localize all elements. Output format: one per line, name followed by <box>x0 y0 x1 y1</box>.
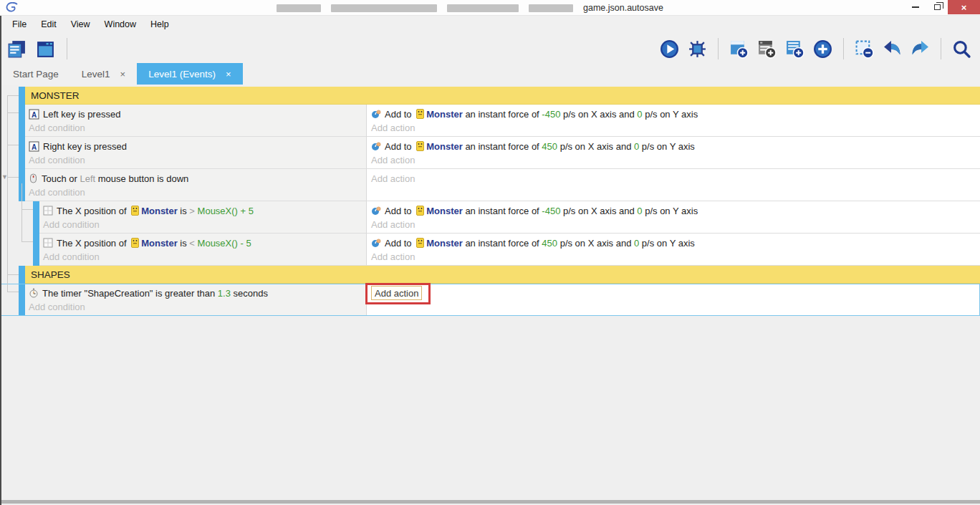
add-action-link[interactable]: Add action <box>371 153 980 167</box>
scene-editor-icon[interactable] <box>36 39 55 59</box>
svg-text:A: A <box>32 143 37 150</box>
redacted-text <box>331 4 437 12</box>
add-subevent-icon[interactable] <box>785 39 804 59</box>
event-row-timer[interactable]: The timer "ShapeCreation" is greater tha… <box>0 284 980 316</box>
event-indent-bar <box>19 266 25 284</box>
condition-text: The timer "ShapeCreation" is greater tha… <box>42 288 218 299</box>
add-condition-link[interactable]: Add condition <box>29 300 366 314</box>
action-text: an instant force of <box>463 238 542 249</box>
event-gutter <box>0 234 33 266</box>
add-condition-link[interactable]: Add condition <box>29 186 366 199</box>
expression-value: 1.3 <box>218 288 231 299</box>
add-comment-icon[interactable] <box>757 39 777 59</box>
undo-icon[interactable] <box>883 39 902 59</box>
search-icon[interactable] <box>952 39 971 59</box>
tab-label: Level1 (Events) <box>148 69 216 80</box>
gdevelop-logo-icon <box>6 2 19 13</box>
collapse-arrow-icon[interactable]: ▼ <box>1 174 8 181</box>
parameter-text: Left <box>80 173 95 184</box>
event-indent-bar <box>33 201 39 234</box>
add-condition-link[interactable]: Add condition <box>43 218 366 231</box>
redacted-text <box>277 4 321 12</box>
restore-button[interactable] <box>926 0 948 14</box>
debug-icon[interactable] <box>688 39 707 59</box>
window-controls: × <box>905 0 980 14</box>
event-actions[interactable]: Add action <box>367 284 980 316</box>
keyboard-key-icon: A <box>29 109 39 120</box>
expression-value: -450 <box>542 206 560 216</box>
add-event-icon[interactable] <box>729 39 749 59</box>
tab-start-page[interactable]: Start Page <box>1 63 70 85</box>
tab-label: Start Page <box>13 69 59 80</box>
expression-value: MouseX() + 5 <box>198 206 254 216</box>
toggle-event-icon[interactable] <box>855 39 874 59</box>
event-actions[interactable]: Add to Monster an instant force of 450 p… <box>367 234 980 266</box>
event-conditions[interactable]: A Right key is pressed Add condition <box>25 137 367 169</box>
action-text: Add to <box>385 109 414 120</box>
expression-value: 450 <box>542 238 557 249</box>
redo-icon[interactable] <box>911 39 930 59</box>
close-button[interactable]: × <box>948 0 980 14</box>
menu-edit[interactable]: Edit <box>34 19 64 29</box>
minimize-button[interactable] <box>905 0 926 14</box>
condition-text: Touch or <box>42 173 80 184</box>
toolbar-divider <box>941 38 941 59</box>
event-row-mouse-down[interactable]: Touch or Left mouse button is down Add c… <box>0 169 980 201</box>
event-gutter <box>0 284 19 316</box>
add-action-link[interactable]: Add action <box>371 218 980 231</box>
event-indent-bar <box>33 234 39 266</box>
object-name: Monster <box>426 109 463 120</box>
force-icon <box>371 206 381 216</box>
event-conditions[interactable]: Touch or Left mouse button is down Add c… <box>25 169 367 201</box>
keyboard-key-icon: A <box>29 141 39 152</box>
add-condition-link[interactable]: Add condition <box>43 250 366 264</box>
add-action-link-focused[interactable]: Add action <box>371 286 422 300</box>
preview-play-icon[interactable] <box>660 39 679 59</box>
tab-level1[interactable]: Level1 × <box>70 63 137 85</box>
action-text: p/s on Y axis <box>639 141 695 152</box>
add-condition-link[interactable]: Add condition <box>29 121 366 135</box>
horizontal-scrollbar[interactable] <box>1 500 980 504</box>
menu-file[interactable]: File <box>5 19 34 29</box>
close-tab-icon[interactable]: × <box>226 69 231 80</box>
add-action-link[interactable]: Add action <box>371 171 980 186</box>
add-condition-link[interactable]: Add condition <box>29 153 366 167</box>
add-action-link[interactable]: Add action <box>371 250 980 264</box>
condition-text: is <box>178 206 190 216</box>
event-actions[interactable]: Add to Monster an instant force of 450 p… <box>367 137 980 169</box>
menu-view[interactable]: View <box>64 19 97 29</box>
event-row-left-key[interactable]: A Left key is pressed Add condition Add … <box>0 105 980 137</box>
event-group-shapes[interactable]: SHAPES <box>0 266 980 284</box>
close-tab-icon[interactable]: × <box>120 69 126 80</box>
event-conditions[interactable]: A Left key is pressed Add condition <box>25 105 367 137</box>
event-row-xpos-less[interactable]: The X position of Monster is < MouseX() … <box>0 234 980 266</box>
event-row-xpos-greater[interactable]: The X position of Monster is > MouseX() … <box>0 201 980 234</box>
event-actions[interactable]: Add action <box>367 169 980 201</box>
window-title: game.json.autosave <box>277 3 663 13</box>
add-action-link[interactable]: Add action <box>371 121 980 135</box>
event-row-right-key[interactable]: A Right key is pressed Add condition Add… <box>0 137 980 169</box>
group-label: MONSTER <box>25 87 980 105</box>
redacted-text <box>529 4 573 12</box>
event-conditions[interactable]: The timer "ShapeCreation" is greater tha… <box>25 284 367 316</box>
monster-object-icon <box>416 109 424 119</box>
event-conditions[interactable]: The X position of Monster is < MouseX() … <box>39 234 367 266</box>
force-icon <box>371 141 381 151</box>
project-export-icon[interactable] <box>7 39 27 59</box>
expression-value: 0 <box>637 109 642 120</box>
events-sheet: MONSTER A Left key is pressed Add condit… <box>0 85 980 505</box>
condition-text: Right key is pressed <box>43 141 127 152</box>
event-actions[interactable]: Add to Monster an instant force of -450 … <box>367 201 980 234</box>
operator-text: < <box>189 238 197 249</box>
event-group-monster[interactable]: MONSTER <box>0 87 980 105</box>
event-conditions[interactable]: The X position of Monster is > MouseX() … <box>39 201 367 234</box>
event-actions[interactable]: Add to Monster an instant force of -450 … <box>367 105 980 137</box>
menu-window[interactable]: Window <box>97 19 143 29</box>
add-more-icon[interactable] <box>813 39 832 59</box>
tab-bar: Start Page Level1 × Level1 (Events) × <box>0 63 980 85</box>
monster-object-icon <box>416 238 424 248</box>
menu-help[interactable]: Help <box>143 19 176 29</box>
tab-level1-events[interactable]: Level1 (Events) × <box>137 63 242 85</box>
monster-object-icon <box>416 141 424 151</box>
redacted-text <box>447 4 519 12</box>
